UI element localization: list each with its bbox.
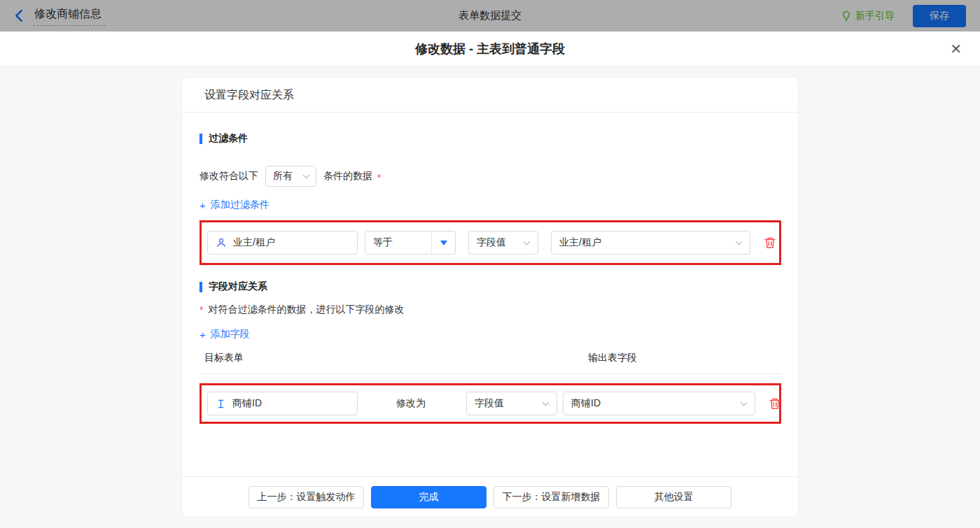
match-suffix-label: 条件的数据 bbox=[323, 170, 372, 183]
card-footer: 上一步：设置触发动作 完成 下一步：设置新增数据 其他设置 bbox=[182, 476, 798, 517]
app-header: 修改商铺信息 表单数据提交 新手引导 保存 bbox=[0, 0, 980, 31]
add-field-link[interactable]: + 添加字段 bbox=[200, 328, 250, 341]
close-icon[interactable]: ✕ bbox=[950, 42, 962, 56]
person-icon bbox=[216, 237, 227, 248]
page-title: 表单数据提交 bbox=[458, 9, 522, 22]
modal-body: 设置字段对应关系 过滤条件 修改符合以下 所有 条件的数据 * bbox=[0, 66, 980, 528]
condition-field-value: 业主/租户 bbox=[233, 236, 275, 249]
mapping-value: 商铺ID bbox=[571, 397, 601, 410]
filter-section-label: 过滤条件 bbox=[209, 132, 248, 145]
flow-name-label[interactable]: 修改商铺信息 bbox=[33, 6, 106, 26]
back-icon[interactable] bbox=[14, 9, 23, 22]
other-settings-button[interactable]: 其他设置 bbox=[616, 486, 732, 508]
trash-icon bbox=[769, 397, 781, 410]
required-asterisk: * bbox=[200, 304, 203, 315]
card-body: 过滤条件 修改符合以下 所有 条件的数据 * + 添加过滤条件 bbox=[182, 113, 798, 476]
save-button[interactable]: 保存 bbox=[913, 5, 966, 27]
mapping-value-type: 字段值 bbox=[475, 397, 504, 410]
required-asterisk: * bbox=[377, 172, 381, 183]
match-mode-select[interactable]: 所有 bbox=[265, 166, 316, 187]
mapping-section-label: 字段对应关系 bbox=[209, 280, 267, 293]
plus-icon: + bbox=[200, 329, 206, 340]
trash-icon bbox=[764, 236, 776, 249]
mapping-column-headers: 目标表单 输出表字段 bbox=[200, 352, 781, 374]
match-mode-row: 修改符合以下 所有 条件的数据 * bbox=[200, 166, 781, 187]
done-button[interactable]: 完成 bbox=[371, 486, 486, 508]
modal-titlebar: 修改数据 - 主表到普通字段 ✕ bbox=[0, 31, 980, 66]
mapping-value-type-select[interactable]: 字段值 bbox=[466, 392, 557, 415]
plus-icon: + bbox=[200, 200, 206, 211]
add-filter-condition-link[interactable]: + 添加过滤条件 bbox=[200, 199, 270, 211]
mapping-field-input[interactable]: 商铺ID bbox=[207, 392, 358, 415]
delete-mapping-button[interactable] bbox=[769, 397, 781, 410]
mapping-field-value: 商铺ID bbox=[232, 397, 262, 410]
match-mode-value: 所有 bbox=[273, 170, 293, 183]
next-step-button[interactable]: 下一步：设置新增数据 bbox=[493, 486, 609, 508]
section-marker bbox=[200, 282, 202, 292]
beginner-guide-label: 新手引导 bbox=[855, 10, 895, 22]
modal-title: 修改数据 - 主表到普通字段 bbox=[415, 41, 565, 57]
filter-condition-row: 业主/租户 等于 字段值 业主/租户 bbox=[200, 220, 781, 265]
condition-operator-select[interactable]: 等于 bbox=[365, 231, 456, 255]
lightbulb-icon bbox=[841, 10, 852, 22]
condition-operator-value: 等于 bbox=[365, 236, 393, 249]
delete-condition-button[interactable] bbox=[764, 236, 776, 249]
filter-section-title: 过滤条件 bbox=[200, 132, 781, 145]
modify-to-label: 修改为 bbox=[396, 397, 426, 410]
add-field-label: 添加字段 bbox=[211, 328, 250, 341]
add-filter-condition-label: 添加过滤条件 bbox=[211, 199, 270, 211]
mapping-value-select[interactable]: 商铺ID bbox=[563, 392, 755, 415]
card-title: 设置字段对应关系 bbox=[182, 78, 798, 113]
chevron-down-icon bbox=[523, 241, 531, 245]
settings-card: 设置字段对应关系 过滤条件 修改符合以下 所有 条件的数据 * bbox=[181, 77, 799, 518]
mapping-description: 对符合过滤条件的数据，进行以下字段的修改 bbox=[208, 304, 404, 316]
chevron-down-icon bbox=[735, 241, 743, 245]
condition-value-type-select[interactable]: 字段值 bbox=[468, 231, 538, 255]
operator-dropdown-button[interactable] bbox=[431, 231, 455, 254]
field-mapping-row: 商铺ID 修改为 字段值 商铺ID bbox=[200, 383, 781, 424]
chevron-down-icon bbox=[542, 401, 550, 406]
target-form-column-header: 目标表单 bbox=[204, 352, 588, 364]
mapping-section-title: 字段对应关系 bbox=[200, 280, 781, 293]
output-field-column-header: 输出表字段 bbox=[588, 352, 637, 364]
chevron-down-icon bbox=[740, 401, 748, 406]
prev-step-button[interactable]: 上一步：设置触发动作 bbox=[248, 486, 364, 508]
section-marker bbox=[200, 134, 202, 144]
text-field-icon bbox=[216, 399, 226, 409]
condition-field-input[interactable]: 业主/租户 bbox=[207, 231, 358, 255]
match-prefix-label: 修改符合以下 bbox=[200, 170, 258, 183]
condition-value-type: 字段值 bbox=[477, 236, 506, 249]
triangle-down-icon bbox=[440, 241, 447, 245]
condition-value: 业主/租户 bbox=[559, 236, 601, 249]
beginner-guide-link[interactable]: 新手引导 bbox=[841, 10, 895, 22]
chevron-down-icon bbox=[302, 174, 310, 179]
mapping-description-row: * 对符合过滤条件的数据，进行以下字段的修改 bbox=[200, 304, 781, 316]
condition-value-select[interactable]: 业主/租户 bbox=[551, 231, 750, 255]
